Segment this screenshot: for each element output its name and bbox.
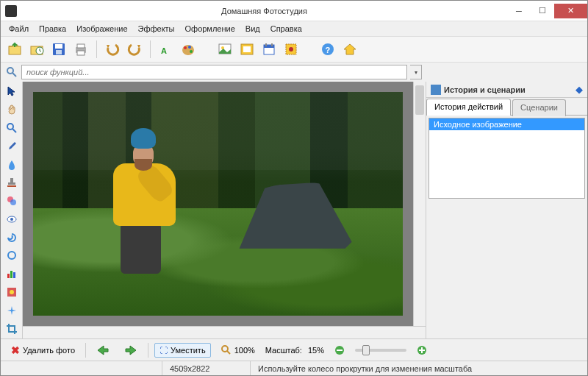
stamp-button[interactable] — [282, 40, 301, 59]
history-item[interactable]: Исходное изображение — [429, 118, 584, 130]
hand-tool[interactable] — [4, 103, 20, 117]
separator — [148, 343, 148, 358]
svg-point-36 — [10, 218, 13, 221]
effects-tool[interactable] — [4, 285, 20, 299]
droplet-tool[interactable] — [4, 157, 20, 171]
svg-rect-4 — [55, 44, 62, 49]
svg-rect-31 — [8, 182, 15, 185]
zoom-icon — [221, 345, 232, 355]
crop-tool[interactable] — [4, 322, 20, 336]
save-button[interactable] — [49, 40, 68, 59]
search-icon — [5, 65, 18, 79]
app-window: Домашняя Фотостудия ─ ☐ ✕ Файл Правка Из… — [0, 0, 588, 376]
delete-photo-button[interactable]: ✖ Удалить фото — [7, 342, 79, 358]
main-toolbar: A ? — [1, 36, 587, 63]
insert-image-button[interactable] — [215, 40, 234, 59]
app-icon — [5, 5, 17, 17]
redo-button[interactable] — [125, 40, 144, 59]
panel-collapse-icon[interactable]: ◆ — [576, 84, 583, 95]
horizontal-scrollbar[interactable] — [23, 326, 426, 338]
separator — [85, 343, 86, 358]
history-list[interactable]: Исходное изображение — [429, 118, 585, 199]
zoom-100-button[interactable]: 100% — [217, 343, 259, 358]
canvas-background[interactable] — [23, 82, 413, 326]
fit-button[interactable]: ⛶ Уместить — [154, 343, 211, 358]
body: История и сценарии ◆ История действий Сц… — [1, 82, 587, 338]
text-tool-button[interactable]: A — [157, 40, 176, 59]
left-toolbox — [1, 82, 23, 338]
brush-tool[interactable] — [4, 139, 20, 153]
svg-point-42 — [10, 290, 14, 294]
prev-button[interactable] — [92, 342, 114, 358]
maximize-button[interactable]: ☐ — [531, 4, 554, 18]
titlebar: Домашняя Фотостудия ─ ☐ ✕ — [1, 1, 587, 21]
recent-button[interactable] — [27, 40, 46, 59]
menu-decoration[interactable]: Оформление — [180, 23, 240, 35]
calendar-button[interactable] — [259, 40, 279, 59]
zoom-out-button[interactable] — [330, 343, 349, 358]
zoom-slider[interactable] — [355, 349, 406, 352]
open-button[interactable] — [5, 40, 24, 59]
bottom-bar: ✖ Удалить фото ⛶ Уместить 100% Масштаб: … — [1, 338, 587, 361]
status-empty — [1, 361, 162, 375]
svg-text:A: A — [161, 46, 167, 55]
palette-button[interactable] — [179, 40, 198, 59]
menu-file[interactable]: Файл — [4, 23, 34, 35]
menu-edit[interactable]: Правка — [34, 23, 71, 35]
statusbar: 4509x2822 Используйте колесо прокрутки д… — [1, 361, 587, 375]
next-button[interactable] — [120, 342, 142, 358]
canvas-area — [23, 82, 426, 338]
svg-rect-39 — [10, 271, 12, 278]
eye-tool[interactable] — [4, 212, 20, 226]
svg-point-12 — [188, 46, 191, 49]
right-panel: История и сценарии ◆ История действий Сц… — [426, 82, 587, 338]
photo-person — [100, 128, 196, 275]
undo-button[interactable] — [103, 40, 122, 59]
menu-effects[interactable]: Эффекты — [133, 23, 180, 35]
print-button[interactable] — [71, 40, 90, 59]
svg-rect-40 — [13, 272, 15, 278]
tab-history[interactable]: История действий — [426, 99, 511, 116]
close-button[interactable]: ✕ — [554, 4, 587, 18]
panel-title: История и сценарии — [444, 85, 573, 94]
toolbar-separator — [96, 40, 97, 58]
sparkle-tool[interactable] — [4, 303, 20, 317]
swirl-tool[interactable] — [4, 230, 20, 244]
tab-scenarios[interactable]: Сценарии — [512, 99, 566, 116]
status-dimensions: 4509x2822 — [162, 361, 251, 375]
help-button[interactable]: ? — [318, 40, 337, 59]
svg-rect-32 — [7, 185, 16, 187]
stamp-tool[interactable] — [4, 176, 20, 190]
menu-view[interactable]: Вид — [240, 23, 265, 35]
svg-text:?: ? — [326, 46, 331, 54]
svg-point-10 — [182, 45, 194, 55]
zoom-in-button[interactable] — [412, 343, 431, 358]
svg-point-34 — [10, 199, 16, 205]
fit-label: Уместить — [171, 346, 206, 355]
svg-rect-17 — [243, 46, 251, 52]
svg-point-37 — [8, 252, 15, 259]
panel-tabs: История действий Сценарии — [426, 98, 587, 116]
svg-rect-30 — [10, 178, 13, 182]
photo — [33, 92, 403, 316]
svg-point-13 — [190, 50, 193, 53]
vertical-scrollbar[interactable] — [413, 82, 426, 326]
search-dropdown[interactable]: ▾ — [410, 65, 422, 79]
menu-image[interactable]: Изображение — [71, 23, 132, 35]
frame-button[interactable] — [237, 40, 257, 59]
circle-tool[interactable] — [4, 249, 20, 263]
svg-point-23 — [289, 47, 293, 52]
svg-line-27 — [12, 73, 16, 77]
svg-point-28 — [7, 124, 13, 130]
zoom-tool[interactable] — [4, 121, 20, 135]
minimize-button[interactable]: ─ — [507, 4, 531, 18]
pointer-tool[interactable] — [4, 85, 20, 99]
filter-tool[interactable] — [4, 194, 20, 208]
svg-rect-38 — [7, 274, 10, 278]
search-input[interactable] — [21, 65, 407, 79]
menu-help[interactable]: Справка — [265, 23, 307, 35]
svg-point-11 — [184, 46, 187, 49]
svg-rect-8 — [77, 51, 85, 55]
home-button[interactable] — [340, 40, 359, 59]
levels-tool[interactable] — [4, 267, 20, 281]
